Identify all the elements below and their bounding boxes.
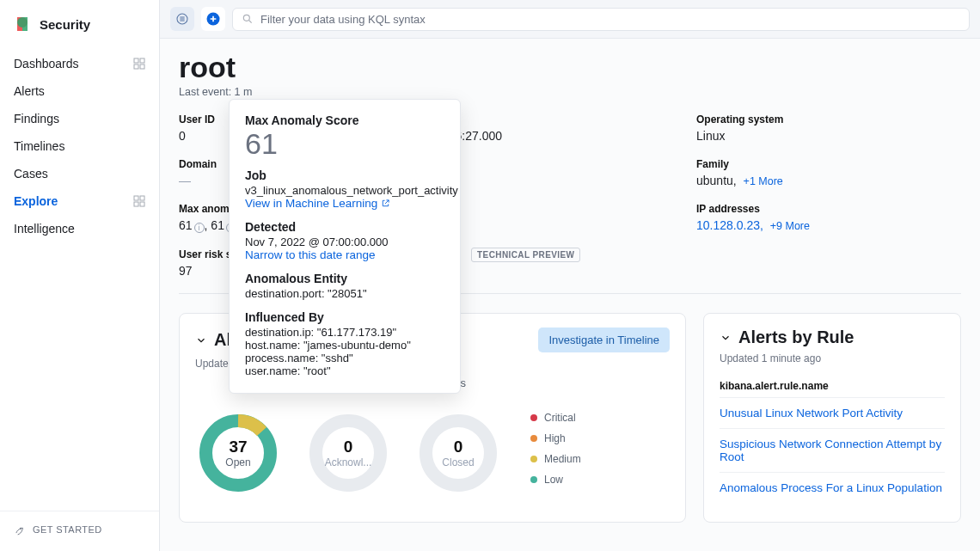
ip-link[interactable]: 10.128.0.23, xyxy=(696,218,763,232)
sidebar-nav: Dashboards Alerts Findings Timelines Cas… xyxy=(0,45,159,511)
legend-label: High xyxy=(544,432,566,444)
donut-acknowledged[interactable]: 0Acknowl... xyxy=(305,410,391,496)
get-started-label: GET STARTED xyxy=(33,524,102,535)
legend-low[interactable]: Low xyxy=(530,474,581,486)
popover-entity: destination.port: "28051" xyxy=(245,287,444,300)
popover-title: Max Anomaly Score xyxy=(245,113,444,127)
rule-link[interactable]: Suspicious Network Connection Attempt by… xyxy=(720,428,945,472)
value-ip: 10.128.0.23, +9 More xyxy=(696,218,961,232)
sidebar-item-dashboards[interactable]: Dashboards xyxy=(0,50,159,77)
sidebar-item-label: Explore xyxy=(14,194,58,208)
svg-rect-4 xyxy=(134,196,138,200)
meta-os: Operating system Linux xyxy=(696,113,961,143)
search-placeholder: Filter your data using KQL syntax xyxy=(260,13,426,26)
plus-circle-icon xyxy=(205,10,222,28)
popover-influenced-item: user.name: "root" xyxy=(245,364,444,377)
add-filter-button[interactable] xyxy=(201,7,225,31)
label-ip: IP addresses xyxy=(696,203,961,215)
svg-point-11 xyxy=(243,15,249,21)
grid-icon xyxy=(133,58,145,70)
info-icon[interactable]: i xyxy=(194,223,205,233)
dot-critical-icon xyxy=(530,414,537,421)
narrow-date-range-link[interactable]: Narrow to this date range xyxy=(245,248,376,261)
svg-rect-6 xyxy=(134,202,138,206)
donut-closed-label: Closed xyxy=(442,456,474,468)
legend-critical[interactable]: Critical xyxy=(530,412,581,424)
legend-label: Medium xyxy=(544,453,581,465)
ip-more-link[interactable]: +9 More xyxy=(770,220,810,232)
sidebar-item-alerts[interactable]: Alerts xyxy=(0,77,159,105)
family-more-link[interactable]: +1 More xyxy=(744,175,783,187)
svg-rect-2 xyxy=(134,64,138,69)
donut-open[interactable]: 37Open xyxy=(195,410,281,496)
svg-rect-7 xyxy=(140,202,144,206)
sidebar-footer[interactable]: GET STARTED xyxy=(0,511,159,551)
legend-label: Critical xyxy=(544,412,576,424)
chevron-down-icon[interactable] xyxy=(195,334,207,346)
rule-link[interactable]: Anomalous Process For a Linux Population xyxy=(720,472,945,503)
popover-entity-label: Anomalous Entity xyxy=(245,272,444,285)
popover-influenced-item: host.name: "james-ubuntu-demo" xyxy=(245,339,444,352)
main: Filter your data using KQL syntax root L… xyxy=(160,0,980,551)
sidebar-item-label: Intelligence xyxy=(14,222,75,236)
svg-rect-1 xyxy=(140,58,144,63)
dot-medium-icon xyxy=(530,456,537,462)
svg-rect-5 xyxy=(140,196,144,200)
donuts-row: 37Open 0Acknowl... 0Closed xyxy=(195,410,501,496)
svg-rect-3 xyxy=(140,64,144,69)
disk-icon xyxy=(175,12,189,26)
sidebar-item-label: Dashboards xyxy=(14,57,79,70)
popover-job: v3_linux_anomalous_network_port_activity xyxy=(245,184,444,197)
content: root Last event: 1 m User ID 0 First see… xyxy=(160,39,980,551)
donut-closed[interactable]: 0Closed xyxy=(415,410,501,496)
rule-link[interactable]: Unusual Linux Network Port Activity xyxy=(720,397,945,428)
page-subtitle: Last event: 1 m xyxy=(179,86,961,98)
meta-family: Family ubuntu, +1 More xyxy=(696,158,961,187)
sidebar-item-findings[interactable]: Findings xyxy=(0,105,159,132)
legend-medium[interactable]: Medium xyxy=(530,453,581,465)
svg-rect-0 xyxy=(134,58,138,63)
popover-score: 61 xyxy=(245,129,444,158)
app-title: Security xyxy=(40,17,90,32)
legend-label: Low xyxy=(544,474,563,486)
sidebar-item-cases[interactable]: Cases xyxy=(0,160,159,187)
label-family: Family xyxy=(696,158,961,170)
app-logo-icon xyxy=(14,15,31,33)
anomaly-score-popover: Max Anomaly Score 61 Job v3_linux_anomal… xyxy=(229,99,461,394)
investigate-timeline-button[interactable]: Investigate in Timeline xyxy=(538,328,670,352)
legend-high[interactable]: High xyxy=(530,432,581,444)
donut-open-label: Open xyxy=(225,456,250,468)
sidebar-item-timelines[interactable]: Timelines xyxy=(0,132,159,160)
page-title: root xyxy=(179,51,961,84)
label-os: Operating system xyxy=(696,113,961,126)
dot-low-icon xyxy=(530,476,537,483)
view-in-ml-link[interactable]: View in Machine Learning xyxy=(245,197,390,210)
donut-ack-label: Acknowl... xyxy=(325,456,372,468)
kql-search-input[interactable]: Filter your data using KQL syntax xyxy=(232,8,970,31)
sidebar-item-explore[interactable]: Explore xyxy=(0,187,159,215)
sidebar-item-label: Alerts xyxy=(14,84,45,98)
rules-updated: Updated 1 minute ago xyxy=(720,352,945,364)
popover-influenced-item: process.name: "sshd" xyxy=(245,352,444,364)
popover-detected-label: Detected xyxy=(245,220,444,234)
rocket-icon xyxy=(14,523,26,536)
sidebar-item-intelligence[interactable]: Intelligence xyxy=(0,215,159,242)
search-icon xyxy=(242,13,254,25)
sidebar: Security Dashboards Alerts Findings Time… xyxy=(0,0,160,551)
sidebar-item-label: Timelines xyxy=(14,139,64,153)
view-in-ml-text: View in Machine Learning xyxy=(245,197,377,210)
grid-icon xyxy=(133,195,145,207)
sidebar-item-label: Cases xyxy=(14,167,48,181)
meta-ip: IP addresses 10.128.0.23, +9 More xyxy=(696,203,961,233)
donut-open-count: 37 xyxy=(229,438,247,456)
rules-panel-title: Alerts by Rule xyxy=(738,328,854,347)
value-os: Linux xyxy=(696,129,961,143)
save-query-button[interactable] xyxy=(170,7,194,31)
popover-detected: Nov 7, 2022 @ 07:00:00.000 xyxy=(245,236,444,248)
technical-preview-badge: TECHNICAL PREVIEW xyxy=(471,248,580,262)
family-text: ubuntu, xyxy=(696,174,737,187)
popover-job-label: Job xyxy=(245,168,444,182)
rules-group-label: kibana.alert.rule.name xyxy=(720,380,945,392)
severity-legend: Critical High Medium Low xyxy=(530,412,581,486)
chevron-down-icon[interactable] xyxy=(720,332,732,344)
